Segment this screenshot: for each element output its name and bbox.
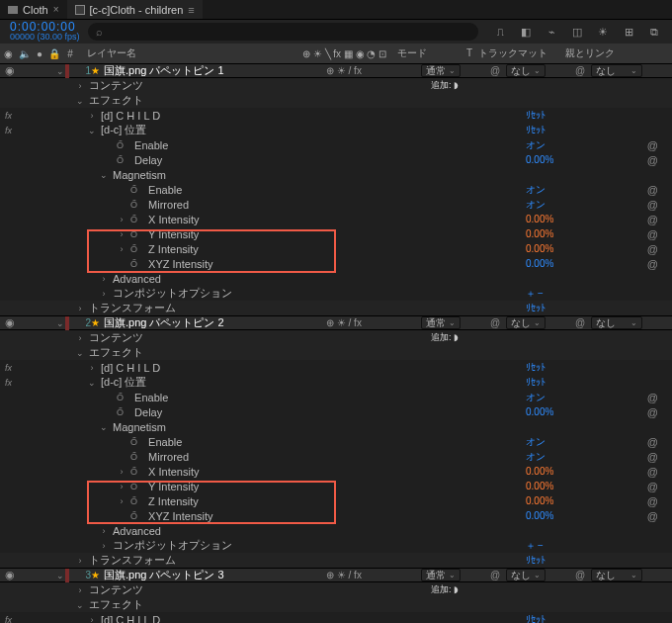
group-magnetism[interactable]: Magnetism <box>113 169 166 181</box>
render-time-icon[interactable]: ⧉ <box>646 24 662 40</box>
layer-label-color[interactable] <box>65 316 69 330</box>
stopwatch-icon[interactable]: Ő <box>130 229 137 239</box>
twisty[interactable] <box>75 556 85 566</box>
parent-dropdown[interactable]: なし⌄ <box>591 569 642 581</box>
prop-xyzint[interactable]: XYZ Intensity <box>148 258 212 270</box>
twisty[interactable] <box>87 378 97 388</box>
prop-effects[interactable]: エフェクト <box>89 93 143 108</box>
twisty[interactable] <box>99 422 109 432</box>
link-icon[interactable]: @ <box>589 228 672 240</box>
panel-menu-icon[interactable]: ≡ <box>188 4 194 16</box>
stopwatch-icon[interactable]: Ő <box>130 482 137 491</box>
twisty[interactable] <box>87 615 97 624</box>
layer-row[interactable]: ◉ 1 ★国旗.png パペットピン 1 ⊕ ☀ / fx 通常⌄ @なし⌄ @… <box>0 63 672 78</box>
pickwhip-icon[interactable]: @ <box>573 317 587 328</box>
group-compopt[interactable]: コンポジットオプション <box>113 538 232 553</box>
prop-zint[interactable]: Z Intensity <box>148 495 199 507</box>
eye-icon[interactable]: ◉ <box>5 316 15 329</box>
value-on[interactable]: オン <box>526 391 589 404</box>
layer-twisty[interactable] <box>55 318 65 328</box>
fx-icon[interactable]: fx <box>5 126 19 135</box>
effect-child[interactable]: [d] C H I L D <box>101 362 160 374</box>
layer-twisty[interactable] <box>55 571 65 580</box>
twisty[interactable] <box>75 585 85 595</box>
graph-editor-icon[interactable]: ⊞ <box>621 24 636 40</box>
layer-switches[interactable]: ⊕ ☀ / fx <box>326 65 421 76</box>
twisty[interactable] <box>117 496 126 506</box>
effect-position[interactable]: [d-c] 位置 <box>101 123 146 137</box>
stopwatch-icon[interactable]: Ő <box>130 496 137 506</box>
frame-blend-icon[interactable]: ◫ <box>569 24 585 40</box>
twisty[interactable] <box>99 526 109 536</box>
reset-link[interactable]: ﾘｾｯﾄ <box>526 110 589 121</box>
layer-switches[interactable]: ⊕ ☀ / fx <box>326 317 421 328</box>
value-pct[interactable]: 0.00% <box>526 466 589 477</box>
link-icon[interactable]: @ <box>589 139 672 151</box>
group-advanced[interactable]: Advanced <box>113 273 161 285</box>
prop-m-enable[interactable]: Enable <box>148 184 182 196</box>
timecode[interactable]: 0:00:00:00 00000 (30.00 fps) <box>6 22 80 42</box>
layer-name[interactable]: 国旗.png パペットピン 2 <box>104 315 224 330</box>
tab-children[interactable]: [c-c]Cloth - children ≡ <box>67 0 203 19</box>
fx-icon[interactable]: fx <box>5 615 19 624</box>
group-transform[interactable]: トランスフォーム <box>89 301 176 315</box>
stopwatch-icon[interactable]: Ő <box>130 244 137 254</box>
draft3d-icon[interactable]: ◧ <box>518 24 534 40</box>
layer-twisty[interactable] <box>55 66 65 76</box>
compopt-plusminus[interactable]: ＋− <box>526 287 589 301</box>
prop-enable[interactable]: Enable <box>134 392 168 403</box>
twisty[interactable] <box>75 348 85 358</box>
layer-label-color[interactable] <box>65 64 69 78</box>
add-menu-icon[interactable]: ◗ <box>454 80 459 90</box>
prop-yint[interactable]: Y Intensity <box>148 481 199 492</box>
fx-icon[interactable]: fx <box>5 378 19 388</box>
pickwhip-icon[interactable]: @ <box>488 570 502 580</box>
link-icon[interactable]: @ <box>589 510 672 522</box>
motion-blur-icon[interactable]: ☀ <box>595 24 611 40</box>
link-icon[interactable]: @ <box>589 436 672 448</box>
pickwhip-icon[interactable]: @ <box>573 65 587 76</box>
twisty[interactable] <box>99 274 109 284</box>
parent-dropdown[interactable]: なし⌄ <box>591 316 642 329</box>
twisty[interactable] <box>75 304 85 313</box>
prop-enable[interactable]: Enable <box>134 139 168 151</box>
twisty[interactable] <box>75 81 85 91</box>
value-on[interactable]: オン <box>526 435 589 449</box>
link-icon[interactable]: @ <box>589 495 672 507</box>
twisty[interactable] <box>87 126 97 135</box>
link-icon[interactable]: @ <box>589 184 672 196</box>
value-pct[interactable]: 0.00% <box>526 510 589 521</box>
timeline-search[interactable]: ⌕ <box>88 23 478 41</box>
trackmatte-dropdown[interactable]: なし⌄ <box>506 64 546 77</box>
comp-mini-flowchart-icon[interactable]: ⎍ <box>492 24 508 40</box>
prop-effects[interactable]: エフェクト <box>89 345 143 360</box>
fx-icon[interactable]: fx <box>5 363 19 373</box>
value-pct[interactable]: 0.00% <box>526 243 589 254</box>
link-icon[interactable]: @ <box>589 199 672 211</box>
stopwatch-icon[interactable]: Ő <box>130 437 137 447</box>
add-menu-icon[interactable]: ◗ <box>454 332 459 342</box>
effect-child[interactable]: [d] C H I L D <box>101 614 160 624</box>
stopwatch-icon[interactable]: Ő <box>117 407 124 417</box>
prop-contents[interactable]: コンテンツ <box>89 78 143 93</box>
header-trackmatte[interactable]: トラックマット <box>478 47 547 58</box>
prop-zint[interactable]: Z Intensity <box>148 243 199 255</box>
stopwatch-icon[interactable]: Ő <box>117 140 124 150</box>
link-icon[interactable]: @ <box>589 243 672 255</box>
reset-link[interactable]: ﾘｾｯﾄ <box>526 555 589 566</box>
pickwhip-icon[interactable]: @ <box>488 317 502 328</box>
shy-icon[interactable]: ⌁ <box>544 24 559 40</box>
value-on[interactable]: オン <box>526 183 589 197</box>
link-icon[interactable]: @ <box>589 466 672 478</box>
twisty[interactable] <box>75 333 85 343</box>
parent-dropdown[interactable]: なし⌄ <box>591 64 642 77</box>
group-transform[interactable]: トランスフォーム <box>89 553 176 568</box>
value-on[interactable]: オン <box>526 450 589 464</box>
stopwatch-icon[interactable]: Ő <box>130 452 137 462</box>
stopwatch-icon[interactable]: Ő <box>130 511 137 521</box>
value-pct[interactable]: 0.00% <box>526 258 589 269</box>
tab-cloth[interactable]: Cloth × <box>0 0 67 19</box>
pickwhip-icon[interactable]: @ <box>573 570 587 580</box>
trackmatte-dropdown[interactable]: なし⌄ <box>506 316 546 329</box>
prop-xint[interactable]: X Intensity <box>148 466 199 478</box>
